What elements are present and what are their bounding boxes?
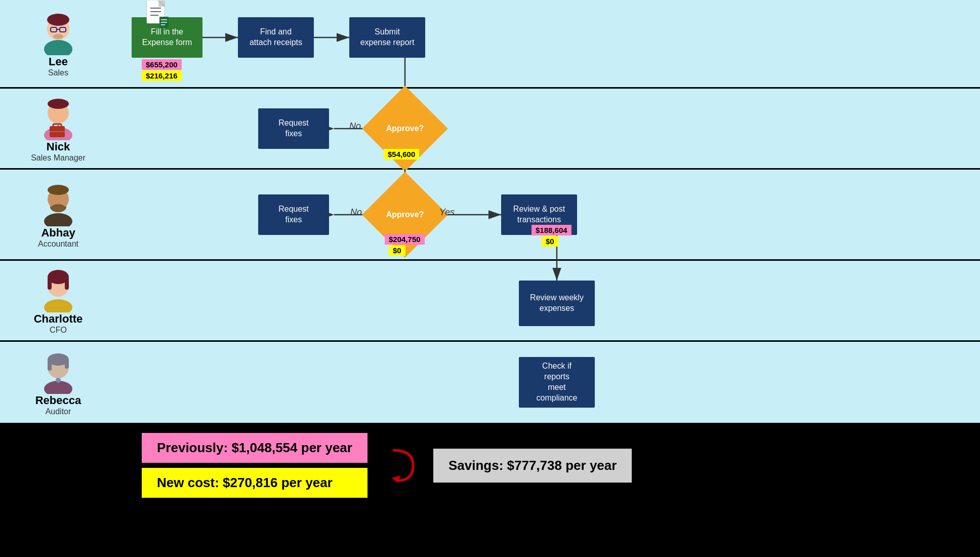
svg-rect-53 [65, 277, 69, 290]
new-cost-label: New cost: $270,816 per year [142, 468, 368, 498]
actor-abhay-name: Abhay [41, 226, 75, 240]
svg-point-26 [48, 99, 69, 109]
swimlane-lee: Lee Sales Fill in the Expense f [0, 0, 980, 89]
nick-flow: Approve? No Requestfixes $54,600 [116, 88, 980, 169]
svg-rect-52 [48, 277, 52, 290]
nick-arrows [116, 88, 980, 169]
svg-marker-63 [392, 475, 400, 483]
submit-report-box: Submitexpense report [349, 17, 425, 58]
actor-rebecca-role: Auditor [46, 407, 71, 416]
actor-lee: Lee Sales [0, 5, 116, 83]
review-weekly-box: Review weeklyexpenses [519, 281, 595, 326]
badge-188: $188,604 [532, 225, 571, 235]
actor-rebecca: Rebecca Auditor [0, 343, 116, 421]
svg-point-3 [47, 14, 69, 26]
swimlane-rebecca: Rebecca Auditor Check ifreportsmeetcompl… [0, 342, 980, 423]
avatar-charlotte [35, 267, 81, 312]
swimlane-nick: Nick Sales Manager Approve? [0, 89, 980, 170]
svg-point-62 [56, 378, 61, 383]
swimlane-charlotte: Charlotte CFO Review weeklyexpenses [0, 261, 980, 342]
actor-nick: Nick Sales Manager [0, 90, 116, 168]
summary-bar: Previously: $1,048,554 per year New cost… [0, 423, 980, 508]
svg-point-7 [53, 34, 63, 39]
badge-0-abhay: $0 [389, 245, 405, 256]
approve-diamond-nick: Approve? [375, 98, 435, 159]
svg-point-38 [48, 185, 69, 195]
lee-flow: Fill in the Expense form $655,200 $216,2… [116, 0, 980, 88]
badge-0-right: $0 [542, 236, 558, 247]
actor-charlotte-name: Charlotte [34, 312, 83, 326]
actor-abhay-role: Accountant [38, 240, 78, 249]
avatar-lee [35, 10, 81, 55]
no-label-nick: No [349, 121, 361, 132]
actor-rebecca-name: Rebecca [35, 394, 81, 407]
request-fixes-abhay-box: Requestfixes [258, 194, 329, 235]
request-fixes-nick-box: Requestfixes [258, 108, 329, 149]
actor-charlotte: Charlotte CFO [0, 262, 116, 340]
actor-abhay: Abhay Accountant [0, 176, 116, 254]
summary-labels: Previously: $1,048,554 per year New cost… [142, 433, 368, 498]
avatar-abhay [35, 181, 81, 226]
svg-rect-61 [65, 360, 69, 369]
savings-label: Savings: $777,738 per year [433, 449, 632, 483]
actor-nick-name: Nick [47, 140, 70, 153]
rebecca-flow: Check ifreportsmeetcompliance [116, 342, 980, 423]
abhay-flow: Approve? No Yes Requestfixes Review & po… [116, 169, 980, 260]
document-icon [144, 1, 170, 30]
avatar-rebecca [35, 348, 81, 394]
actor-charlotte-role: CFO [50, 326, 67, 335]
actor-lee-name: Lee [49, 55, 68, 68]
avatar-nick [35, 95, 81, 140]
previous-cost-label: Previously: $1,048,554 per year [142, 433, 368, 463]
charlotte-flow: Review weeklyexpenses [116, 260, 980, 341]
no-label-abhay: No [350, 207, 362, 218]
summary-arrow-section [388, 445, 418, 486]
check-compliance-box: Check ifreportsmeetcompliance [519, 357, 595, 408]
find-receipts-box: Find andattach receipts [238, 17, 314, 58]
yes-label-abhay: Yes [439, 207, 455, 218]
actor-nick-role: Sales Manager [31, 153, 86, 163]
savings-arrow-icon [388, 445, 418, 486]
approve-diamond-abhay: Approve? [375, 184, 435, 245]
actor-lee-role: Sales [48, 68, 68, 77]
svg-point-41 [51, 204, 65, 212]
svg-rect-60 [48, 360, 52, 371]
swimlane-abhay: Abhay Accountant Approve? [0, 170, 980, 261]
